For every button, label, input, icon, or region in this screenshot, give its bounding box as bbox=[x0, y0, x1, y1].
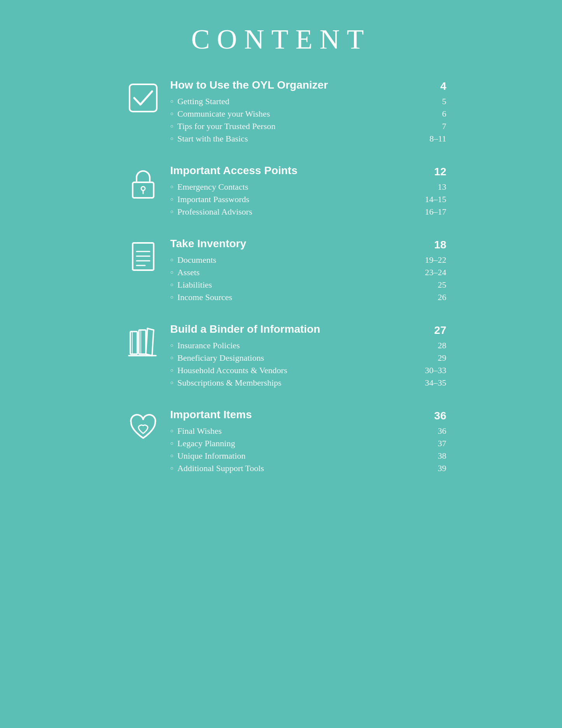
item-page: 13 bbox=[415, 182, 446, 192]
icon-area-heart bbox=[116, 409, 170, 445]
item-label: ○Documents bbox=[170, 255, 217, 265]
list-item: ○Beneficiary Designations 29 bbox=[170, 352, 446, 364]
item-page: 19–22 bbox=[415, 255, 446, 265]
item-page: 29 bbox=[415, 353, 446, 363]
section-content-important-items: Important Items 36 ○Final Wishes 36 ○Leg… bbox=[170, 409, 446, 475]
books-icon bbox=[126, 325, 161, 360]
page-title: CONTENT bbox=[116, 23, 446, 56]
item-page: 39 bbox=[415, 463, 446, 473]
item-page: 7 bbox=[415, 121, 446, 131]
item-page: 38 bbox=[415, 451, 446, 461]
section-title-page: 36 bbox=[434, 410, 446, 422]
item-label: ○Insurance Policies bbox=[170, 340, 240, 351]
icon-area-lock bbox=[116, 164, 170, 201]
item-label: ○Subscriptions & Memberships bbox=[170, 378, 282, 388]
list-item: ○Final Wishes 36 bbox=[170, 425, 446, 437]
section-content-how-to-use: How to Use the OYL Organizer 4 ○Getting … bbox=[170, 79, 446, 145]
list-item: ○Documents 19–22 bbox=[170, 254, 446, 266]
section-title: How to Use the OYL Organizer bbox=[170, 79, 328, 91]
section-build-binder: Build a Binder of Information 27 ○Insura… bbox=[116, 323, 446, 389]
item-label: ○Unique Information bbox=[170, 451, 246, 461]
item-page: 34–35 bbox=[415, 378, 446, 388]
item-page: 6 bbox=[415, 109, 446, 119]
item-label: ○Communicate your Wishes bbox=[170, 109, 270, 119]
list-item: ○Assets 23–24 bbox=[170, 266, 446, 279]
item-label: ○Beneficiary Designations bbox=[170, 353, 264, 363]
section-content-take-inventory: Take Inventory 18 ○Documents 19–22 ○Asse… bbox=[170, 237, 446, 304]
svg-line-13 bbox=[147, 328, 154, 330]
list-item: ○Tips for your Trusted Person 7 bbox=[170, 120, 446, 133]
section-important-access: Important Access Points 12 ○Emergency Co… bbox=[116, 164, 446, 218]
section-title: Important Items bbox=[170, 409, 252, 421]
item-page: 26 bbox=[415, 292, 446, 302]
document-icon bbox=[126, 239, 161, 274]
section-title-page: 27 bbox=[434, 324, 446, 337]
svg-line-16 bbox=[152, 330, 154, 356]
svg-rect-11 bbox=[139, 330, 146, 354]
item-label: ○Final Wishes bbox=[170, 426, 222, 436]
section-important-items: Important Items 36 ○Final Wishes 36 ○Leg… bbox=[116, 409, 446, 475]
heart-icon bbox=[126, 410, 161, 445]
svg-rect-9 bbox=[130, 332, 137, 354]
item-label: ○Tips for your Trusted Person bbox=[170, 121, 276, 131]
section-title-page: 4 bbox=[440, 80, 446, 93]
list-item: ○Income Sources 26 bbox=[170, 291, 446, 304]
checkbox-icon bbox=[126, 80, 161, 115]
item-page: 8–11 bbox=[415, 134, 446, 144]
item-label: ○Assets bbox=[170, 267, 200, 278]
section-title-row: Important Access Points 12 bbox=[170, 164, 446, 179]
section-title: Build a Binder of Information bbox=[170, 323, 320, 335]
item-label: ○Emergency Contacts bbox=[170, 182, 249, 192]
icon-area-document bbox=[116, 237, 170, 274]
item-label: ○Household Accounts & Vendors bbox=[170, 365, 287, 375]
item-page: 30–33 bbox=[415, 365, 446, 375]
list-item: ○Important Passwords 14–15 bbox=[170, 193, 446, 206]
section-title-row: Build a Binder of Information 27 bbox=[170, 323, 446, 338]
list-item: ○Legacy Planning 37 bbox=[170, 437, 446, 450]
item-page: 23–24 bbox=[415, 267, 446, 278]
page-container: CONTENT How to Use the OYL Organizer 4 ○… bbox=[85, 0, 478, 728]
list-item: ○Insurance Policies 28 bbox=[170, 339, 446, 352]
item-label: ○Important Passwords bbox=[170, 194, 250, 204]
list-item: ○Communicate your Wishes 6 bbox=[170, 108, 446, 120]
lock-icon bbox=[126, 166, 161, 201]
item-page: 37 bbox=[415, 438, 446, 449]
item-page: 14–15 bbox=[415, 194, 446, 204]
item-page: 5 bbox=[415, 96, 446, 106]
icon-area-checkbox bbox=[116, 79, 170, 115]
section-title-page: 12 bbox=[434, 166, 446, 178]
section-title-page: 18 bbox=[434, 239, 446, 251]
item-page: 28 bbox=[415, 340, 446, 351]
item-page: 25 bbox=[415, 280, 446, 290]
section-title: Take Inventory bbox=[170, 237, 247, 250]
list-item: ○Additional Support Tools 39 bbox=[170, 462, 446, 475]
list-item: ○Emergency Contacts 13 bbox=[170, 181, 446, 193]
item-label: ○Start with the Basics bbox=[170, 134, 248, 144]
list-item: ○Start with the Basics 8–11 bbox=[170, 133, 446, 145]
item-label: ○Professional Advisors bbox=[170, 207, 252, 217]
item-page: 16–17 bbox=[415, 207, 446, 217]
item-label: ○Income Sources bbox=[170, 292, 233, 302]
item-label: ○Liabilities bbox=[170, 280, 212, 290]
section-content-important-access: Important Access Points 12 ○Emergency Co… bbox=[170, 164, 446, 218]
section-title-row: Take Inventory 18 bbox=[170, 237, 446, 252]
section-take-inventory: Take Inventory 18 ○Documents 19–22 ○Asse… bbox=[116, 237, 446, 304]
section-title-row: Important Items 36 bbox=[170, 409, 446, 423]
list-item: ○Professional Advisors 16–17 bbox=[170, 206, 446, 218]
section-content-build-binder: Build a Binder of Information 27 ○Insura… bbox=[170, 323, 446, 389]
section-title-row: How to Use the OYL Organizer 4 bbox=[170, 79, 446, 94]
item-label: ○Legacy Planning bbox=[170, 438, 235, 449]
item-label: ○Getting Started bbox=[170, 96, 229, 106]
list-item: ○Subscriptions & Memberships 34–35 bbox=[170, 377, 446, 389]
section-title: Important Access Points bbox=[170, 164, 298, 177]
list-item: ○Getting Started 5 bbox=[170, 95, 446, 108]
item-page: 36 bbox=[415, 426, 446, 436]
icon-area-books bbox=[116, 323, 170, 360]
section-how-to-use: How to Use the OYL Organizer 4 ○Getting … bbox=[116, 79, 446, 145]
list-item: ○Unique Information 38 bbox=[170, 450, 446, 462]
list-item: ○Household Accounts & Vendors 30–33 bbox=[170, 364, 446, 377]
list-item: ○Liabilities 25 bbox=[170, 279, 446, 291]
item-label: ○Additional Support Tools bbox=[170, 463, 264, 473]
